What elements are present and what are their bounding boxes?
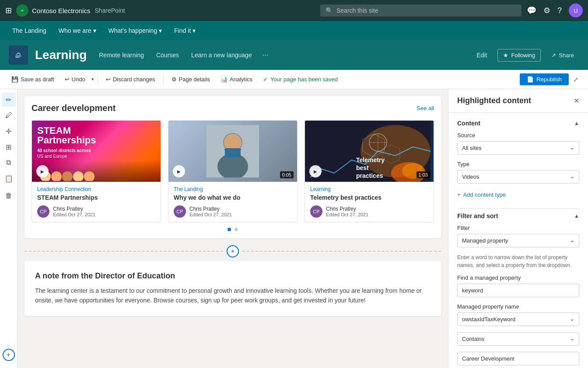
site-tag-telemetry[interactable]: Learning bbox=[310, 186, 428, 192]
svg-rect-13 bbox=[225, 148, 241, 157]
edit-button[interactable]: Edit bbox=[471, 49, 492, 61]
sidebar-add-button[interactable]: + bbox=[3, 349, 15, 361]
toolbar-divider-2 bbox=[163, 74, 164, 85]
type-select[interactable]: Videos bbox=[457, 170, 579, 184]
page-nav: Remote learning Courses Learn a new lang… bbox=[94, 49, 464, 62]
sidebar-move-icon[interactable]: ✛ bbox=[2, 124, 16, 138]
operator-select[interactable]: Contains bbox=[457, 332, 579, 346]
page-actions: Edit ★ Following ↗ Share bbox=[471, 49, 579, 62]
top-nav: ⊞ Contoso Electronics SharePoint 🔍 💬 ⚙ ?… bbox=[0, 0, 588, 21]
nav-the-landing[interactable]: The Landing bbox=[7, 24, 52, 38]
nav-find-it[interactable]: Find it ▾ bbox=[169, 24, 201, 38]
sidebar-grid-icon[interactable]: ⊞ bbox=[2, 140, 16, 154]
section-header: Career development See all bbox=[32, 103, 434, 113]
sidebar-delete-icon[interactable]: 🗑 bbox=[2, 189, 16, 203]
search-bar[interactable]: 🔍 bbox=[320, 4, 522, 17]
video-info-telemetry: Learning Telemetry best practices CP Chr… bbox=[305, 182, 434, 222]
dot-2[interactable] bbox=[234, 228, 238, 231]
nav-remote-learning[interactable]: Remote learning bbox=[94, 49, 149, 61]
type-group: Type Videos bbox=[457, 161, 579, 184]
content-section-header[interactable]: Content ▲ bbox=[457, 120, 579, 127]
svg-point-6 bbox=[62, 171, 73, 181]
nav-who-we-are[interactable]: Who we are ▾ bbox=[53, 24, 102, 38]
add-content-type-button[interactable]: + Add content type bbox=[457, 190, 579, 200]
undo-button[interactable]: ↩ Undo bbox=[60, 74, 90, 84]
undo-dropdown[interactable]: ▾ bbox=[91, 76, 94, 82]
avatar-person: CP bbox=[174, 205, 186, 218]
waffle-icon[interactable]: ⊞ bbox=[5, 6, 12, 15]
video-card-person: ▶ 0:05 The Landing Why we do what we do … bbox=[168, 120, 298, 222]
page-details-button[interactable]: ⚙ Page details bbox=[167, 74, 215, 84]
dot-1[interactable] bbox=[228, 228, 231, 231]
settings-icon[interactable]: ⚙ bbox=[543, 6, 550, 15]
source-label: Source bbox=[457, 132, 579, 139]
type-dropdown-wrap: Videos bbox=[457, 170, 579, 184]
add-section-button[interactable]: + bbox=[227, 245, 239, 257]
source-select[interactable]: All sites bbox=[457, 141, 579, 155]
share-button[interactable]: ↗ Share bbox=[546, 49, 579, 61]
svg-point-5 bbox=[51, 171, 62, 181]
operator-group: Contains bbox=[457, 332, 579, 346]
text-section: A note from the Director of Education Th… bbox=[24, 261, 441, 316]
svg-text:practices: practices bbox=[356, 172, 383, 179]
analytics-button[interactable]: 📊 Analytics bbox=[216, 74, 257, 84]
details-icon: ⚙ bbox=[172, 76, 177, 83]
svg-rect-2 bbox=[15, 56, 21, 56]
type-label: Type bbox=[457, 161, 579, 167]
steam-title: STEAMPartnerships bbox=[37, 126, 155, 145]
find-prop-group: Find a managed property bbox=[457, 274, 579, 297]
filter-sort-header[interactable]: Filter and sort ▲ bbox=[457, 212, 579, 219]
video-info-person: The Landing Why we do what we do CP Chri… bbox=[168, 182, 297, 222]
section-title: Career development bbox=[32, 103, 116, 113]
plus-icon: + bbox=[457, 191, 461, 198]
discard-button[interactable]: ↩ Discard changes bbox=[102, 74, 160, 84]
brand: Contoso Electronics bbox=[16, 4, 90, 17]
author-info-person: Chris Pratley Edited Oct 27, 2021 bbox=[189, 206, 232, 217]
video-author-steam: CP Chris Pratley Edited Oct 27, 2021 bbox=[37, 205, 155, 218]
sidebar-copy-icon[interactable]: ⧉ bbox=[2, 156, 16, 170]
site-tag-steam[interactable]: Leadership Connection bbox=[37, 186, 155, 192]
play-button-person[interactable]: ▶ bbox=[173, 165, 185, 177]
add-section-line-left bbox=[24, 251, 223, 252]
search-input[interactable] bbox=[336, 7, 516, 14]
more-nav-icon[interactable]: ··· bbox=[259, 49, 272, 62]
prop-name-label: Managed property name bbox=[457, 303, 579, 310]
check-icon: ✓ bbox=[263, 76, 268, 83]
author-info-telemetry: Chris Pratley Edited Oct 27, 2021 bbox=[326, 206, 368, 217]
nav-courses[interactable]: Courses bbox=[151, 49, 184, 61]
user-avatar[interactable]: U bbox=[569, 3, 583, 17]
sidebar-paste-icon[interactable]: 📋 bbox=[2, 171, 16, 185]
svg-rect-1 bbox=[14, 50, 23, 60]
content-section: Content ▲ Source All sites Type bbox=[457, 120, 579, 200]
video-thumb-person: ▶ 0:05 bbox=[168, 121, 297, 182]
filter-select[interactable]: Managed property bbox=[457, 234, 579, 247]
see-all-link[interactable]: See all bbox=[416, 105, 434, 111]
play-button-telemetry[interactable]: ▶ bbox=[309, 165, 322, 177]
filter-label: Filter bbox=[457, 225, 579, 231]
help-icon[interactable]: ? bbox=[557, 6, 562, 15]
star-icon: ★ bbox=[503, 52, 508, 59]
chat-icon[interactable]: 💬 bbox=[527, 6, 536, 15]
following-button[interactable]: ★ Following bbox=[497, 49, 541, 62]
sidebar-pen-icon[interactable]: 🖊 bbox=[2, 108, 16, 122]
sidebar-edit-icon[interactable]: ✏ bbox=[2, 93, 16, 107]
save-status: ✓ Your page has been saved bbox=[259, 76, 342, 83]
prop-name-select[interactable]: owstaxIdTaxKeyword bbox=[457, 312, 579, 326]
find-prop-input[interactable] bbox=[457, 284, 579, 297]
republish-button[interactable]: 📄 Republish bbox=[520, 73, 569, 85]
close-button[interactable]: ✕ bbox=[574, 97, 579, 105]
page-icon bbox=[9, 45, 28, 65]
play-button-steam[interactable]: ▶ bbox=[36, 165, 49, 177]
brand-name[interactable]: Contoso Electronics bbox=[32, 7, 90, 14]
expand-button[interactable]: ⤢ bbox=[570, 73, 581, 86]
site-nav: The Landing Who we are ▾ What's happenin… bbox=[0, 21, 588, 40]
save-draft-button[interactable]: 💾 Save as draft bbox=[7, 74, 59, 84]
nav-whats-happening[interactable]: What's happening ▾ bbox=[103, 24, 168, 38]
prop-name-group: Managed property name owstaxIdTaxKeyword bbox=[457, 303, 579, 326]
search-icon: 🔍 bbox=[326, 7, 333, 14]
prop-name-dropdown-wrap: owstaxIdTaxKeyword bbox=[457, 312, 579, 326]
author-info-steam: Chris Pratley Edited Oct 27, 2021 bbox=[53, 206, 95, 217]
filter-value-input[interactable] bbox=[457, 352, 579, 365]
nav-learn-language[interactable]: Learn a new language bbox=[186, 49, 257, 61]
site-tag-person[interactable]: The Landing bbox=[174, 186, 292, 192]
